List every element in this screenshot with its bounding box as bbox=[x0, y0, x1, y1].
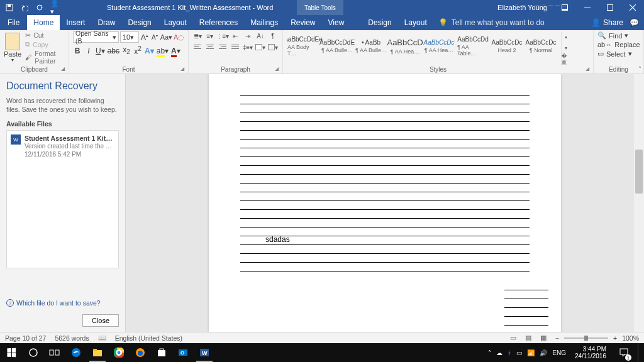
clear-format-icon[interactable]: A◌ bbox=[174, 33, 184, 41]
style-tile[interactable]: AaBbCcDd¶ AA Table… bbox=[457, 31, 489, 60]
underline-button[interactable]: U▾ bbox=[96, 47, 105, 55]
taskbar-clock[interactable]: 3:44 PM24/11/2016 bbox=[571, 346, 610, 359]
borders-icon[interactable]: ▾ bbox=[268, 43, 278, 52]
tab-home[interactable]: Home bbox=[27, 15, 60, 30]
tab-file[interactable]: File bbox=[0, 15, 27, 30]
onedrive-icon[interactable]: ☁ bbox=[496, 349, 502, 356]
highlight-icon[interactable]: ab▾ bbox=[157, 47, 169, 55]
redo-icon[interactable] bbox=[35, 3, 44, 12]
styles-up-icon[interactable]: ▴ bbox=[562, 31, 570, 43]
tell-me-search[interactable]: 💡 Tell me what you want to do bbox=[438, 15, 545, 30]
tab-insert[interactable]: Insert bbox=[60, 15, 91, 30]
justify-icon[interactable] bbox=[230, 43, 240, 52]
paste-button[interactable]: Paste ▼ bbox=[4, 31, 21, 62]
tray-expand-icon[interactable]: ˄ bbox=[488, 349, 491, 356]
strike-button[interactable]: abc bbox=[108, 47, 119, 55]
user-name[interactable]: Elizabeth Young bbox=[497, 4, 547, 11]
multilevel-icon[interactable]: ⋮≡▾ bbox=[218, 31, 228, 40]
style-tile[interactable]: AaBbCcDcHead 2 bbox=[491, 31, 523, 60]
recovery-close-button[interactable]: Close bbox=[82, 314, 119, 327]
task-view-icon[interactable] bbox=[44, 343, 65, 362]
subscript-button[interactable]: x2 bbox=[122, 45, 131, 55]
cortana-icon[interactable] bbox=[23, 343, 44, 362]
tab-view[interactable]: View bbox=[322, 15, 351, 30]
text-effects-icon[interactable]: A▾ bbox=[145, 47, 154, 55]
tab-draw[interactable]: Draw bbox=[91, 15, 121, 30]
input-language[interactable]: ENG bbox=[552, 349, 566, 356]
share-button[interactable]: 👤 Share bbox=[591, 18, 623, 27]
clipboard-launcher-icon[interactable]: ◢ bbox=[61, 66, 67, 72]
line-spacing-icon[interactable]: ‡≡▾ bbox=[243, 43, 253, 52]
tab-references[interactable]: References bbox=[193, 15, 244, 30]
bluetooth-icon[interactable]: ᚼ bbox=[508, 349, 511, 356]
undo-icon[interactable] bbox=[20, 3, 29, 12]
typed-text[interactable]: sdadas bbox=[265, 235, 290, 244]
print-layout-icon[interactable]: ▤ bbox=[525, 334, 535, 343]
document-page[interactable]: sdadas bbox=[209, 74, 561, 332]
status-spellcheck-icon[interactable]: 📖 bbox=[98, 334, 106, 342]
which-file-help-link[interactable]: ? Which file do I want to save? bbox=[6, 299, 101, 307]
tab-table-layout[interactable]: Layout bbox=[398, 15, 433, 30]
style-tile[interactable]: AaBbCcDdE¶ AA Bulle… bbox=[321, 31, 353, 60]
volume-icon[interactable]: 🔊 bbox=[540, 349, 547, 356]
style-tile[interactable]: • AaBb¶ AA Bulle… bbox=[355, 31, 387, 60]
read-mode-icon[interactable]: ▭ bbox=[510, 334, 520, 343]
grow-font-icon[interactable]: A▴ bbox=[140, 33, 149, 42]
document-viewport[interactable]: sdadas bbox=[126, 74, 644, 332]
web-layout-icon[interactable]: ▦ bbox=[540, 334, 550, 343]
tab-layout[interactable]: Layout bbox=[158, 15, 193, 30]
start-button[interactable] bbox=[0, 343, 23, 362]
superscript-button[interactable]: x2 bbox=[133, 45, 142, 56]
sort-icon[interactable]: A↓ bbox=[255, 31, 265, 40]
tab-design[interactable]: Design bbox=[121, 15, 157, 30]
styles-down-icon[interactable]: ▾ bbox=[562, 43, 570, 54]
style-tile[interactable]: AaBbCcDc¶ Normal bbox=[525, 31, 557, 60]
increase-indent-icon[interactable]: ⇥ bbox=[243, 31, 253, 40]
paragraph-launcher-icon[interactable]: ◢ bbox=[275, 66, 281, 72]
user-icon[interactable]: 👤▾ bbox=[50, 3, 59, 12]
italic-button[interactable]: I bbox=[84, 47, 93, 55]
numbering-icon[interactable]: ≡▾ bbox=[205, 31, 215, 40]
zoom-level[interactable]: 100% bbox=[622, 334, 639, 342]
align-right-icon[interactable] bbox=[218, 43, 228, 52]
font-launcher-icon[interactable]: ◢ bbox=[180, 66, 187, 72]
styles-launcher-icon[interactable]: ◢ bbox=[586, 66, 592, 72]
status-words[interactable]: 5626 words bbox=[55, 334, 89, 342]
cut-button[interactable]: ✂ Cut bbox=[25, 31, 65, 39]
firefox-icon[interactable] bbox=[130, 343, 151, 362]
wifi-icon[interactable]: 📶 bbox=[527, 349, 535, 356]
close-icon[interactable] bbox=[621, 0, 644, 15]
chrome-icon[interactable] bbox=[108, 343, 130, 362]
bold-button[interactable]: B bbox=[73, 47, 82, 55]
shading-icon[interactable]: ▾ bbox=[255, 43, 265, 52]
style-tile[interactable]: AaBbCcDc¶ AA Hea… bbox=[423, 31, 455, 60]
collapse-ribbon-icon[interactable]: ˄ bbox=[638, 65, 641, 72]
font-name-combo[interactable]: Open Sans (B▾ bbox=[73, 31, 119, 43]
show-desktop-button[interactable] bbox=[638, 343, 641, 362]
change-case-icon[interactable]: Aa▾ bbox=[160, 33, 172, 41]
vertical-scrollbar[interactable] bbox=[634, 74, 644, 332]
select-button[interactable]: ▭ Select ▾ bbox=[597, 50, 640, 58]
align-center-icon[interactable] bbox=[205, 43, 215, 52]
maximize-icon[interactable] bbox=[599, 0, 621, 15]
shrink-font-icon[interactable]: A▾ bbox=[150, 33, 159, 41]
styles-expand-icon[interactable]: �董 bbox=[562, 53, 570, 66]
show-marks-icon[interactable]: ¶ bbox=[268, 31, 278, 40]
format-painter-button[interactable]: 🖌 Format Painter bbox=[25, 50, 65, 65]
edge-icon[interactable] bbox=[65, 343, 87, 362]
battery-icon[interactable]: ▭ bbox=[516, 349, 522, 356]
zoom-in-button[interactable]: + bbox=[613, 334, 617, 342]
action-center-icon[interactable]: 1 bbox=[615, 343, 633, 362]
file-explorer-icon[interactable] bbox=[87, 343, 108, 362]
tab-mailings[interactable]: Mailings bbox=[244, 15, 284, 30]
ribbon-display-icon[interactable] bbox=[553, 0, 576, 15]
recovered-file-item[interactable]: W Student Assessment 1 Kit… Version crea… bbox=[9, 133, 116, 160]
replace-button[interactable]: ab↔ Replace bbox=[597, 41, 640, 48]
store-icon[interactable] bbox=[151, 343, 172, 362]
align-left-icon[interactable] bbox=[192, 43, 203, 52]
minimize-icon[interactable] bbox=[576, 0, 599, 15]
zoom-slider[interactable] bbox=[564, 337, 608, 339]
status-page[interactable]: Page 10 of 27 bbox=[5, 334, 46, 342]
comments-icon[interactable]: 💬 bbox=[630, 18, 639, 27]
style-tile[interactable]: AaBbCcD¶ AA Hea… bbox=[389, 31, 421, 60]
